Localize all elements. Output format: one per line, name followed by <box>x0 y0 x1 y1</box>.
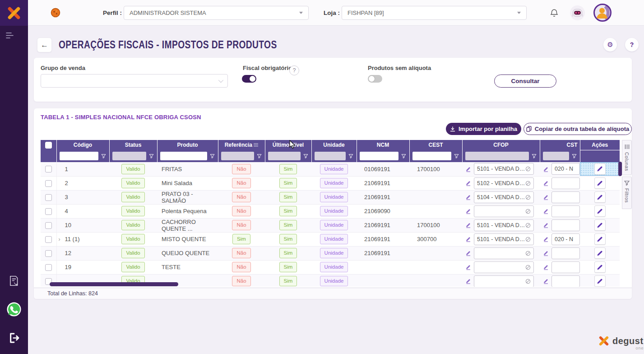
edit-row-button[interactable] <box>594 163 606 175</box>
col-header-acoes[interactable]: Ações <box>580 140 620 150</box>
cst-input[interactable] <box>551 177 580 189</box>
col-header-cst[interactable]: CST <box>540 140 580 150</box>
cfop-input[interactable]: 5101 - VENDA DE ... <box>474 163 534 175</box>
col-header-referencia[interactable]: Referência <box>218 140 265 150</box>
cfop-input[interactable] <box>474 247 534 259</box>
row-expander-icon[interactable]: › <box>59 236 60 242</box>
row-checkbox[interactable] <box>45 180 52 187</box>
menu-list-icon[interactable] <box>6 32 28 41</box>
edit-row-button[interactable] <box>594 205 606 217</box>
edit-cst-icon[interactable] <box>543 180 549 186</box>
tab-filtros[interactable]: Filtros <box>622 177 632 209</box>
horizontal-scrollbar[interactable] <box>50 282 178 286</box>
filter-funnel-icon[interactable] <box>210 154 215 158</box>
edit-cst-icon[interactable] <box>543 278 549 284</box>
vertical-scrollbar[interactable] <box>618 162 622 176</box>
row-checkbox[interactable] <box>45 222 52 229</box>
loja-select[interactable]: FISHPAN [89] <box>342 6 527 20</box>
col-header-unidade[interactable]: Unidade <box>311 140 357 150</box>
filter-funnel-icon[interactable] <box>257 154 262 158</box>
edit-cst-icon[interactable] <box>543 236 549 242</box>
edit-cst-icon[interactable] <box>543 166 549 172</box>
cst-input[interactable]: 020 - N <box>551 163 580 175</box>
cfop-input[interactable]: 5101 - VENDA DE ... <box>474 233 534 245</box>
cst-input[interactable] <box>551 247 580 259</box>
cst-input[interactable] <box>551 205 580 217</box>
edit-cst-icon[interactable] <box>543 222 549 228</box>
cfop-input[interactable] <box>474 261 534 273</box>
col-header-ultimo-nivel[interactable]: Último Nível <box>265 140 311 150</box>
row-checkbox[interactable] <box>45 194 52 201</box>
edit-row-button[interactable] <box>594 275 606 287</box>
filter-input-ultimo-nivel[interactable] <box>268 152 301 160</box>
logout-icon[interactable] <box>8 332 20 346</box>
filter-funnel-icon[interactable] <box>532 154 537 158</box>
importar-planilha-button[interactable]: Importar por planilha <box>446 123 521 135</box>
edit-cst-icon[interactable] <box>543 264 549 270</box>
filter-input-codigo[interactable] <box>60 152 98 160</box>
edit-cfop-icon[interactable] <box>465 166 471 172</box>
edit-cfop-icon[interactable] <box>465 250 471 256</box>
cfop-input[interactable] <box>474 275 534 287</box>
filter-funnel-icon[interactable] <box>572 154 577 158</box>
col-header-ncm[interactable]: NCM <box>357 140 409 150</box>
fiscal-obrigatorio-toggle[interactable] <box>242 75 256 83</box>
col-header-cfop[interactable]: CFOP <box>462 140 540 150</box>
contract-phone-icon[interactable] <box>8 275 20 289</box>
column-menu-icon[interactable] <box>252 142 258 148</box>
edit-cfop-icon[interactable] <box>465 278 471 284</box>
perfil-select[interactable]: ADMINISTRADOR SISTEMA <box>124 6 309 20</box>
select-all-checkbox[interactable] <box>45 142 52 149</box>
cst-input[interactable]: 020 - N <box>551 233 580 245</box>
filter-input-ncm[interactable] <box>360 152 398 160</box>
edit-row-button[interactable] <box>594 191 606 203</box>
settings-gear-button[interactable]: ⚙ <box>603 38 617 51</box>
produtos-sem-aliquota-toggle[interactable] <box>368 75 382 83</box>
edit-cfop-icon[interactable] <box>465 180 471 186</box>
filter-input-referencia[interactable] <box>221 152 254 160</box>
cfop-input[interactable] <box>474 205 534 217</box>
cst-input[interactable] <box>551 219 580 231</box>
edit-row-button[interactable] <box>594 219 606 231</box>
edit-cfop-icon[interactable] <box>465 208 471 214</box>
cst-input[interactable] <box>551 191 580 203</box>
copiar-tabela-button[interactable]: Copiar de outra tabela de alíquota <box>524 123 632 135</box>
filter-funnel-icon[interactable] <box>454 154 459 158</box>
edit-row-button[interactable] <box>594 247 606 259</box>
edit-cfop-icon[interactable] <box>465 222 471 228</box>
filter-input-cfop[interactable] <box>465 152 529 160</box>
edit-cst-icon[interactable] <box>543 250 549 256</box>
back-button[interactable]: ← <box>37 37 52 52</box>
filter-funnel-icon[interactable] <box>401 154 406 158</box>
filter-funnel-icon[interactable] <box>101 154 106 158</box>
filter-input-unidade[interactable] <box>315 152 346 160</box>
col-header-produto[interactable]: Produto <box>157 140 218 150</box>
row-checkbox[interactable] <box>45 208 52 215</box>
edit-cfop-icon[interactable] <box>465 264 471 270</box>
edit-row-button[interactable] <box>594 177 606 189</box>
row-checkbox[interactable] <box>45 264 52 271</box>
cst-input[interactable] <box>551 275 580 287</box>
filter-funnel-icon[interactable] <box>303 154 308 158</box>
grupo-de-venda-select[interactable] <box>41 74 228 88</box>
edit-cst-icon[interactable] <box>543 194 549 200</box>
edit-row-button[interactable] <box>594 261 606 273</box>
filter-funnel-icon[interactable] <box>348 154 353 158</box>
cfop-input[interactable]: 5101 - VENDA DE ... <box>474 219 534 231</box>
whatsapp-icon[interactable] <box>7 302 21 318</box>
fiscal-obrigatorio-help-button[interactable]: ? <box>289 65 299 75</box>
filter-input-status[interactable] <box>112 152 146 160</box>
filter-funnel-icon[interactable] <box>149 154 154 158</box>
tab-colunas[interactable]: Colunas <box>622 140 632 175</box>
notifications-bell-icon[interactable] <box>549 8 559 20</box>
edit-cst-icon[interactable] <box>543 208 549 214</box>
row-checkbox[interactable] <box>45 236 52 243</box>
page-help-button[interactable]: ? <box>625 38 639 51</box>
consultar-button[interactable]: Consultar <box>494 75 556 88</box>
filter-input-cst[interactable] <box>543 152 569 160</box>
edit-row-button[interactable] <box>594 233 606 245</box>
app-logo[interactable] <box>0 0 28 26</box>
filter-input-produto[interactable] <box>160 152 207 160</box>
col-header-codigo[interactable]: Código <box>56 140 109 150</box>
edit-cfop-icon[interactable] <box>465 236 471 242</box>
